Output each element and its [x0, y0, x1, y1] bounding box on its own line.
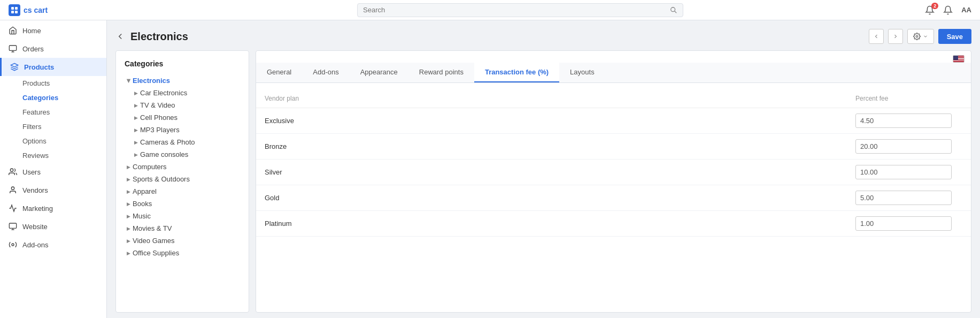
category-label-mp3-players: MP3 Players: [140, 126, 180, 134]
sidebar-sub-categories[interactable]: Categories: [0, 90, 106, 105]
category-item-books[interactable]: ▶ Books: [125, 198, 240, 210]
fee-input-gold[interactable]: [855, 191, 952, 205]
category-item-computers[interactable]: ▶ Computers: [125, 161, 240, 173]
fee-row-silver: Silver: [256, 160, 971, 185]
fee-table-header: Vendor plan Percent fee: [256, 92, 971, 108]
category-item-sports-outdoors[interactable]: ▶ Sports & Outdoors: [125, 173, 240, 185]
fee-fee-platinum: [855, 216, 962, 231]
sidebar-sub-options[interactable]: Options: [0, 134, 106, 148]
fee-input-platinum[interactable]: [855, 216, 952, 231]
category-item-cell-phones[interactable]: ▶ Cell Phones: [132, 111, 240, 124]
account-button[interactable]: AA: [961, 6, 971, 14]
fee-input-bronze[interactable]: [855, 139, 952, 154]
expand-arrow-computers: ▶: [127, 164, 130, 170]
category-label-books: Books: [133, 200, 152, 208]
search-icon: [670, 6, 677, 14]
addons-icon: [9, 240, 17, 249]
save-button[interactable]: Save: [938, 29, 971, 44]
category-label-cameras-photo: Cameras & Photo: [140, 138, 195, 146]
sidebar-item-products[interactable]: Products: [0, 58, 106, 76]
category-tree: ▶ Electronics ▶ Car Electronics ▶ TV & V…: [125, 74, 240, 259]
tab-reward-points[interactable]: Reward points: [408, 63, 474, 82]
category-item-movies-tv[interactable]: ▶ Movies & TV: [125, 222, 240, 234]
fee-input-exclusive[interactable]: [855, 113, 952, 128]
sidebar-label-users: Users: [22, 168, 41, 176]
transaction-fee-table: Vendor plan Percent fee Exclusive Bronze: [256, 83, 971, 245]
category-item-cameras-photo[interactable]: ▶ Cameras & Photo: [132, 136, 240, 148]
settings-button[interactable]: [907, 29, 934, 44]
category-item-video-games[interactable]: ▶ Video Games: [125, 234, 240, 247]
tab-addons[interactable]: Add-ons: [302, 63, 349, 82]
tab-label-general: General: [267, 68, 291, 76]
sidebar-sub-reviews[interactable]: Reviews: [0, 148, 106, 163]
search-bar: [115, 3, 925, 17]
orders-icon: [9, 44, 17, 53]
sidebar-sub-label-filters: Filters: [22, 123, 41, 131]
expand-arrow-office-supplies: ▶: [127, 251, 130, 256]
svg-point-4: [671, 7, 675, 11]
sidebar-item-vendors[interactable]: Vendors: [0, 181, 106, 199]
tab-label-appearance: Appearance: [360, 68, 398, 76]
sidebar-item-marketing[interactable]: Marketing: [0, 199, 106, 217]
logo-text: cs cart: [24, 6, 48, 14]
search-input[interactable]: [363, 6, 670, 14]
tab-general[interactable]: General: [256, 63, 302, 82]
svg-rect-3: [15, 11, 18, 13]
next-arrow-button[interactable]: [888, 29, 903, 44]
chevron-left-icon: [873, 33, 879, 40]
category-item-car-electronics[interactable]: ▶ Car Electronics: [132, 87, 240, 99]
tab-bar: General Add-ons Appearance Reward points…: [256, 63, 971, 83]
expand-arrow-electronics: ▶: [126, 79, 132, 82]
sidebar: Home Orders Products Products Categories…: [0, 20, 107, 318]
tab-layouts[interactable]: Layouts: [559, 63, 605, 82]
svg-rect-0: [11, 7, 14, 10]
fee-input-silver[interactable]: [855, 165, 952, 179]
fee-plan-platinum: Platinum: [265, 219, 855, 228]
sidebar-sub-products[interactable]: Products: [0, 76, 106, 90]
category-item-office-supplies[interactable]: ▶ Office Supplies: [125, 247, 240, 259]
sidebar-item-orders[interactable]: Orders: [0, 40, 106, 58]
category-item-music[interactable]: ▶ Music: [125, 210, 240, 222]
category-label-cell-phones: Cell Phones: [140, 113, 178, 122]
top-navigation: cs cart 2 AA: [0, 0, 980, 20]
prev-arrow-button[interactable]: [869, 29, 884, 44]
tab-transaction-fee[interactable]: Transaction fee (%): [474, 63, 559, 82]
expand-arrow-video-games: ▶: [127, 238, 130, 244]
sidebar-item-addons[interactable]: Add-ons: [0, 236, 106, 254]
sidebar-item-users[interactable]: Users: [0, 163, 106, 181]
sidebar-sub-filters[interactable]: Filters: [0, 119, 106, 134]
sidebar-item-home[interactable]: Home: [0, 21, 106, 40]
products-icon: [10, 63, 19, 71]
category-item-game-consoles[interactable]: ▶ Game consoles: [132, 148, 240, 161]
expand-arrow-books: ▶: [127, 201, 130, 207]
fee-plan-gold: Gold: [265, 194, 855, 202]
svg-rect-12: [9, 223, 16, 228]
logo[interactable]: cs cart: [9, 4, 115, 16]
content-row: Categories ▶ Electronics ▶ Car Electroni…: [115, 50, 971, 313]
fee-plan-silver: Silver: [265, 168, 855, 176]
locale-flag-wrap: [256, 51, 971, 63]
us-flag[interactable]: [953, 55, 964, 63]
sidebar-sub-features[interactable]: Features: [0, 105, 106, 119]
category-label-video-games: Video Games: [133, 237, 175, 245]
category-item-mp3-players[interactable]: ▶ MP3 Players: [132, 124, 240, 136]
sidebar-label-website: Website: [22, 223, 48, 231]
col-header-fee: Percent fee: [855, 95, 962, 102]
search-input-wrap[interactable]: [357, 3, 683, 17]
back-button[interactable]: [115, 32, 125, 41]
svg-point-11: [11, 187, 14, 190]
page-header-left: Electronics: [115, 31, 188, 43]
sidebar-item-website[interactable]: Website: [0, 217, 106, 236]
notifications-button[interactable]: 2: [925, 5, 935, 15]
bell-button[interactable]: [943, 5, 953, 15]
expand-arrow-apparel: ▶: [127, 189, 130, 194]
expand-arrow-music: ▶: [127, 214, 130, 219]
users-icon: [9, 168, 17, 176]
tab-appearance[interactable]: Appearance: [350, 63, 408, 82]
category-item-electronics[interactable]: ▶ Electronics: [125, 74, 240, 87]
fee-fee-gold: [855, 191, 962, 205]
category-item-apparel[interactable]: ▶ Apparel: [125, 185, 240, 198]
tab-label-layouts: Layouts: [570, 68, 595, 76]
sidebar-sub-label-categories: Categories: [22, 94, 58, 102]
category-item-tv-video[interactable]: ▶ TV & Video: [132, 99, 240, 111]
